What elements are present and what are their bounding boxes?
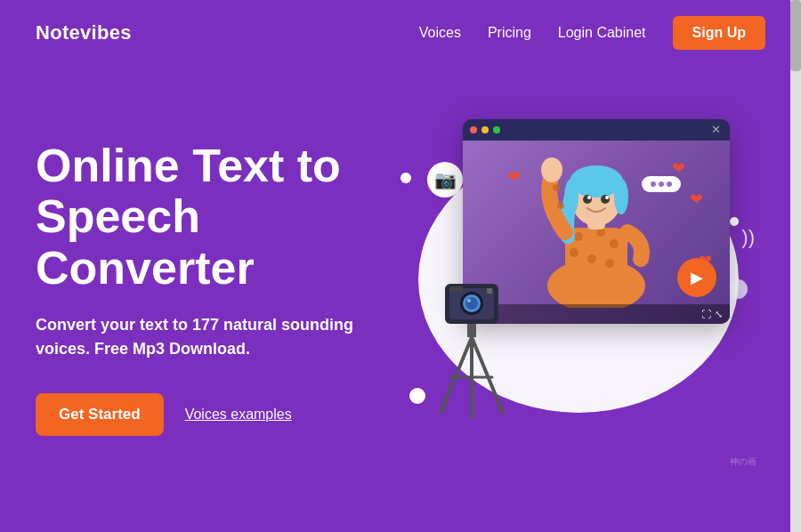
nav-links: Voices Pricing Login Cabinet Sign Up [419, 16, 765, 50]
play-button[interactable]: ▶ [677, 258, 716, 297]
deco-circle-3 [728, 279, 748, 299]
svg-point-4 [610, 239, 619, 248]
scrollbar[interactable] [790, 0, 801, 532]
svg-point-6 [587, 254, 596, 263]
camera-icon: 📷 [434, 169, 457, 190]
svg-rect-28 [467, 324, 476, 337]
heart-1: ❤ [507, 167, 521, 187]
sound-icon: )) [741, 226, 755, 249]
chat-dot-1 [651, 181, 656, 187]
svg-point-24 [465, 297, 478, 310]
hero-section: Online Text to Speech Converter Convert … [0, 66, 801, 502]
svg-point-25 [467, 299, 471, 302]
hero-content: Online Text to Speech Converter Convert … [36, 141, 392, 436]
signup-button[interactable]: Sign Up [673, 16, 765, 50]
dot-red [470, 126, 477, 133]
svg-point-18 [553, 184, 560, 191]
dot-green [493, 126, 500, 133]
fullscreen-icon: ⤡ [715, 309, 723, 320]
svg-point-19 [557, 202, 564, 209]
hero-subtitle: Convert your text to 177 natural soundin… [36, 313, 392, 361]
heart-2: ❤ [672, 158, 685, 178]
tripod-svg [432, 279, 512, 422]
svg-point-7 [605, 259, 614, 268]
svg-point-17 [541, 157, 562, 182]
video-titlebar: ✕ [463, 119, 730, 141]
svg-point-16 [605, 196, 609, 199]
character-svg [507, 148, 685, 308]
nav-voices[interactable]: Voices [419, 25, 461, 41]
svg-point-12 [614, 179, 628, 214]
nav-login[interactable]: Login Cabinet [558, 25, 646, 41]
chat-dot-2 [659, 181, 664, 187]
hero-illustration: × //// 📷 )) ✕ [392, 101, 765, 475]
deco-circle-2 [400, 173, 411, 183]
hero-title: Online Text to Speech Converter [36, 141, 392, 294]
svg-line-29 [441, 337, 472, 413]
expand-icon: ⛶ [701, 309, 711, 319]
heart-3: ❤ [690, 189, 703, 209]
svg-point-14 [601, 195, 610, 204]
brand-logo: Notevibes [36, 21, 132, 44]
get-started-button[interactable]: Get Started [36, 393, 164, 436]
chat-dot-3 [667, 181, 672, 187]
navbar: Notevibes Voices Pricing Login Cabinet S… [0, 0, 801, 66]
svg-point-13 [583, 195, 592, 204]
hero-actions: Get Started Voices examples [36, 393, 392, 436]
scrollbar-thumb[interactable] [790, 0, 801, 71]
svg-point-2 [574, 232, 583, 241]
close-icon: ✕ [711, 123, 721, 136]
watermark: 神の画 [730, 455, 756, 468]
chat-bubble [642, 176, 681, 192]
dot-yellow [481, 126, 489, 133]
nav-pricing[interactable]: Pricing [488, 25, 531, 41]
voices-examples-link[interactable]: Voices examples [185, 407, 292, 423]
deco-circle-4 [730, 217, 739, 226]
svg-rect-27 [487, 288, 492, 294]
play-icon: ▶ [691, 268, 703, 287]
svg-point-5 [570, 248, 578, 257]
tripod-camera [432, 279, 512, 425]
camera-circle: 📷 [427, 162, 463, 197]
deco-circle-1 [409, 388, 425, 404]
svg-line-30 [472, 337, 503, 413]
svg-point-15 [587, 196, 591, 199]
svg-rect-26 [449, 286, 463, 292]
